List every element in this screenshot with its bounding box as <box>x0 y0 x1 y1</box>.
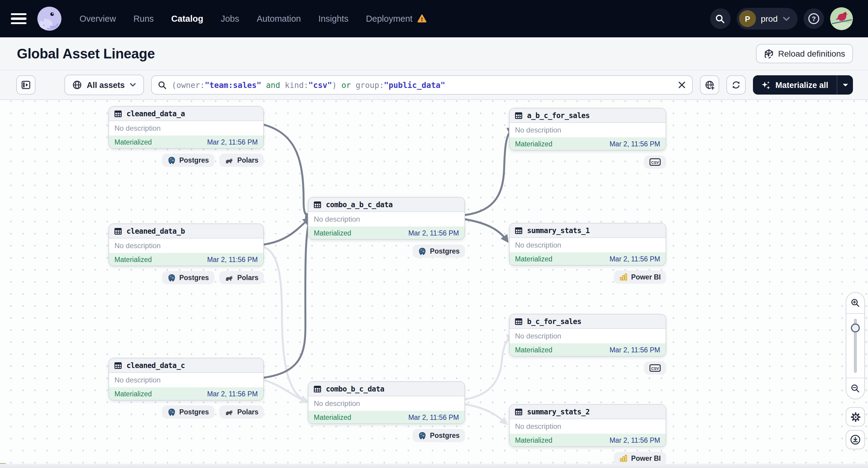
close-icon <box>678 81 686 89</box>
tag-power_bi[interactable]: Power BI <box>614 452 666 465</box>
nav-item-label: Overview <box>80 14 116 24</box>
nav-right-cluster: P prod ? <box>710 7 853 30</box>
materialized-badge: Materialized <box>515 436 552 444</box>
asset-node-header: combo_b_c_data <box>308 382 464 396</box>
materialization-timestamp: Mar 2, 11:56 PM <box>207 138 258 146</box>
query-segment-string: "public_data" <box>384 81 445 89</box>
query-segment-plain: (owner: <box>172 81 205 89</box>
tag-csv[interactable]: CSV <box>644 362 666 375</box>
tag-label: Postgres <box>179 157 209 164</box>
asset-node-header: summary_stats_1 <box>509 223 665 238</box>
lineage-toolbar: All assets (owner:"team:sales" and kind:… <box>0 70 868 100</box>
deployment-switcher[interactable]: P prod <box>737 8 798 30</box>
polars-icon <box>225 156 234 164</box>
download-graph-button[interactable] <box>846 430 865 449</box>
lineage-canvas[interactable]: cleaned_data_aNo descriptionMaterialized… <box>0 100 868 468</box>
asset-status-row: MaterializedMar 2, 11:56 PM <box>509 137 665 150</box>
tag-label: Polars <box>237 157 258 164</box>
tag-polars[interactable]: Polars <box>219 154 264 167</box>
materialization-timestamp: Mar 2, 11:56 PM <box>408 413 459 421</box>
asset-node-combo_a_b_c_data[interactable]: combo_a_b_c_dataNo descriptionMaterializ… <box>308 197 465 240</box>
zoom-in-button[interactable] <box>846 293 864 314</box>
asset-description: No description <box>509 419 665 434</box>
clear-filter-button[interactable] <box>678 81 686 89</box>
tag-csv[interactable]: CSV <box>644 155 666 169</box>
nav-item-overview[interactable]: Overview <box>80 14 116 24</box>
graph-settings-button[interactable] <box>846 407 865 427</box>
graph-scope-button[interactable] <box>700 75 719 95</box>
asset-status-row: MaterializedMar 2, 11:56 PM <box>308 411 464 424</box>
nav-item-label: Insights <box>318 14 348 24</box>
asset-filter-input[interactable]: (owner:"team:sales" and kind:"csv") or g… <box>151 75 693 95</box>
tag-postgres[interactable]: Postgres <box>162 271 214 284</box>
nav-item-runs[interactable]: Runs <box>133 14 154 24</box>
asset-name: combo_b_c_data <box>326 384 384 393</box>
nav-item-automation[interactable]: Automation <box>257 14 301 24</box>
search-button[interactable] <box>710 8 731 29</box>
tag-postgres[interactable]: Postgres <box>162 405 214 418</box>
asset-node-a_b_c_for_sales[interactable]: a_b_c_for_salesNo descriptionMaterialize… <box>509 108 666 151</box>
asset-node-cleaned_data_b[interactable]: cleaned_data_bNo descriptionMaterialized… <box>108 223 264 266</box>
table-icon <box>114 227 122 235</box>
asset-node-combo_b_c_data[interactable]: combo_b_c_dataNo descriptionMaterialized… <box>308 381 465 424</box>
search-icon <box>158 81 167 89</box>
asset-description: No description <box>509 329 665 343</box>
query-segment-plain: group: <box>356 81 384 89</box>
dagster-logo-icon[interactable] <box>36 5 63 32</box>
refresh-button[interactable] <box>726 75 746 95</box>
edge-cleaned_data_c-to-combo_a_b_c_data <box>264 218 311 378</box>
nav-item-catalog[interactable]: Catalog <box>172 14 203 24</box>
tag-postgres[interactable]: Postgres <box>413 429 465 442</box>
tag-postgres[interactable]: Postgres <box>413 245 465 258</box>
zoom-slider-thumb[interactable] <box>851 323 860 333</box>
materialized-badge: Materialized <box>115 138 152 146</box>
postgres-icon <box>167 156 176 165</box>
asset-node-cleaned_data_c[interactable]: cleaned_data_cNo descriptionMaterialized… <box>108 358 264 401</box>
asset-scope-dropdown[interactable]: All assets <box>64 75 144 95</box>
materialization-timestamp: Mar 2, 11:56 PM <box>610 255 660 262</box>
asset-tags-b_c_for_sales: CSV <box>509 362 666 375</box>
nav-item-jobs[interactable]: Jobs <box>221 14 239 24</box>
zoom-slider[interactable] <box>846 314 864 378</box>
nav-item-insights[interactable]: Insights <box>318 14 348 24</box>
user-avatar[interactable] <box>830 7 853 30</box>
materialization-timestamp: Mar 2, 11:56 PM <box>207 390 258 397</box>
materialize-all-split-button: Materialize all <box>753 75 853 95</box>
tag-postgres[interactable]: Postgres <box>162 154 214 167</box>
zoom-controls <box>846 292 865 399</box>
page-header: Global Asset Lineage Reload definitions <box>0 37 868 70</box>
asset-status-row: MaterializedMar 2, 11:56 PM <box>109 253 263 266</box>
tag-polars[interactable]: Polars <box>219 271 264 284</box>
asset-node-cleaned_data_a[interactable]: cleaned_data_aNo descriptionMaterialized… <box>108 106 264 149</box>
asset-node-summary_stats_1[interactable]: summary_stats_1No descriptionMaterialize… <box>509 223 666 266</box>
asset-name: a_b_c_for_sales <box>527 111 590 120</box>
tag-polars[interactable]: Polars <box>219 405 264 418</box>
tag-label: Postgres <box>430 432 460 439</box>
help-button[interactable]: ? <box>804 8 824 29</box>
asset-tags-cleaned_data_b: PostgresPolars <box>108 271 264 284</box>
warning-icon <box>417 14 427 24</box>
polars-icon <box>225 408 234 416</box>
postgres-icon <box>167 407 176 416</box>
asset-node-header: combo_a_b_c_data <box>308 197 464 212</box>
materialize-options-button[interactable] <box>837 75 853 95</box>
asset-tags-cleaned_data_c: PostgresPolars <box>108 405 264 418</box>
open-panel-button[interactable] <box>16 75 35 95</box>
edge-combo_a_b_c_data-to-summary_stats_1 <box>465 219 507 241</box>
tag-power_bi[interactable]: Power BI <box>614 271 666 284</box>
asset-name: summary_stats_1 <box>527 226 590 235</box>
menu-icon[interactable] <box>11 13 27 24</box>
asset-node-b_c_for_sales[interactable]: b_c_for_salesNo descriptionMaterializedM… <box>509 314 666 356</box>
gear-icon <box>850 412 861 422</box>
zoom-out-button[interactable] <box>846 378 864 399</box>
horizontal-scrollbar[interactable] <box>0 464 868 468</box>
query-segment-plain: kind: <box>285 81 308 89</box>
nav-item-deployment[interactable]: Deployment <box>366 14 427 24</box>
materialize-all-button[interactable]: Materialize all <box>753 75 837 95</box>
tag-label: Postgres <box>179 274 209 281</box>
asset-node-summary_stats_2[interactable]: summary_stats_2No descriptionMaterialize… <box>509 404 666 447</box>
polars-icon <box>225 274 234 282</box>
postgres-icon <box>418 431 427 440</box>
reload-definitions-button[interactable]: Reload definitions <box>756 44 853 63</box>
sparkles-icon <box>762 81 770 89</box>
